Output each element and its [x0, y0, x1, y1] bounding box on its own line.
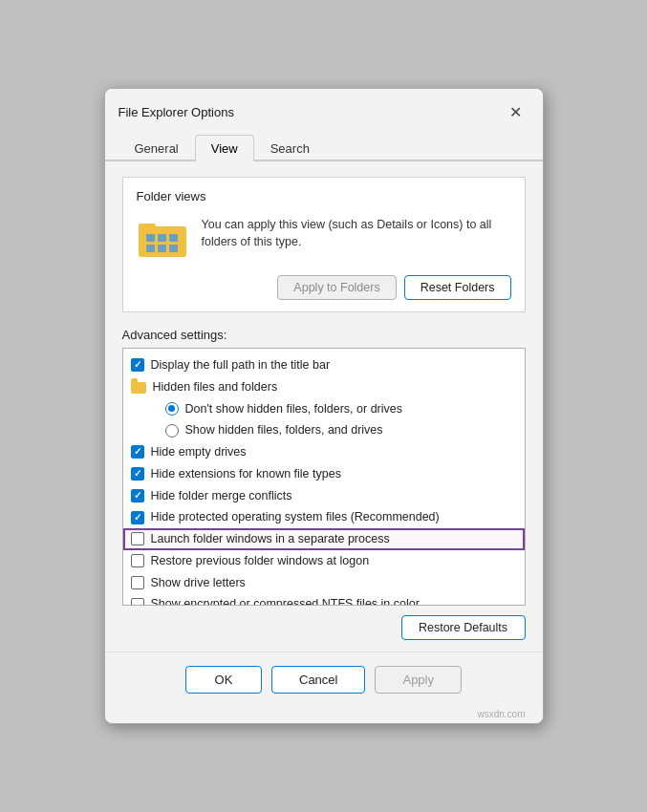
- folder-views-body: You can apply this view (such as Details…: [137, 217, 511, 264]
- setting-text-hide-empty-drives: Hide empty drives: [151, 443, 247, 461]
- checkbox-show-encrypted[interactable]: [131, 598, 144, 606]
- svg-rect-5: [146, 245, 155, 252]
- svg-rect-1: [139, 224, 156, 229]
- bottom-buttons: OK Cancel Apply: [105, 652, 543, 709]
- title-bar: File Explorer Options ✕: [105, 89, 543, 131]
- setting-item-hide-folder-merge[interactable]: Hide folder merge conflicts: [123, 485, 525, 507]
- folder-views-buttons: Apply to Folders Reset Folders: [137, 275, 511, 300]
- setting-item-restore-prev[interactable]: Restore previous folder windows at logon: [123, 550, 525, 572]
- reset-folders-button[interactable]: Reset Folders: [404, 275, 511, 300]
- apply-to-folders-button[interactable]: Apply to Folders: [277, 275, 396, 300]
- setting-item-hide-protected[interactable]: Hide protected operating system files (R…: [123, 506, 525, 528]
- setting-item-show-encrypted[interactable]: Show encrypted or compressed NTFS files …: [123, 593, 525, 606]
- setting-text-show-drive-letters: Show drive letters: [151, 574, 246, 592]
- setting-text-hide-folder-merge: Hide folder merge conflicts: [151, 487, 292, 505]
- svg-rect-3: [158, 234, 166, 242]
- checkbox-hide-extensions[interactable]: [131, 467, 144, 481]
- setting-item-show-drive-letters[interactable]: Show drive letters: [123, 572, 525, 594]
- setting-item-dont-show-hidden[interactable]: Don't show hidden files, folders, or dri…: [123, 398, 525, 420]
- apply-button[interactable]: Apply: [375, 666, 462, 694]
- checkbox-restore-prev[interactable]: [131, 554, 144, 567]
- svg-rect-2: [146, 234, 155, 242]
- checkbox-launch-folder[interactable]: [131, 532, 144, 545]
- checkbox-hide-folder-merge[interactable]: [131, 489, 144, 502]
- setting-text-hide-extensions: Hide extensions for known file types: [151, 465, 341, 483]
- cancel-button[interactable]: Cancel: [271, 666, 365, 694]
- folder-views-section: Folder views: [122, 177, 526, 312]
- setting-item-show-hidden[interactable]: Show hidden files, folders, and drives: [123, 419, 525, 441]
- tab-search[interactable]: Search: [254, 135, 326, 161]
- restore-defaults-button[interactable]: Restore Defaults: [401, 615, 526, 640]
- svg-rect-6: [158, 245, 166, 252]
- settings-list[interactable]: Display the full path in the title barHi…: [122, 348, 526, 606]
- watermark: wsxdn.com: [105, 709, 543, 723]
- setting-text-full-path: Display the full path in the title bar: [151, 356, 331, 374]
- setting-item-hidden-files-folder[interactable]: Hidden files and folders: [123, 376, 525, 398]
- window-title: File Explorer Options: [119, 105, 234, 119]
- advanced-settings-label: Advanced settings:: [122, 328, 526, 342]
- close-button[interactable]: ✕: [503, 98, 529, 125]
- checkbox-hide-protected[interactable]: [131, 511, 144, 524]
- setting-text-hide-protected: Hide protected operating system files (R…: [151, 508, 440, 526]
- radio-dont-show-hidden[interactable]: [165, 402, 179, 416]
- setting-text-show-hidden: Show hidden files, folders, and drives: [185, 421, 383, 439]
- folder-bullet-hidden-files-folder: [131, 382, 146, 394]
- folder-views-header: Folder views: [137, 189, 511, 203]
- setting-text-launch-folder: Launch folder windows in a separate proc…: [151, 530, 390, 548]
- file-explorer-options-dialog: File Explorer Options ✕ General View Sea…: [104, 88, 544, 724]
- ok-button[interactable]: OK: [185, 666, 262, 694]
- checkbox-hide-empty-drives[interactable]: [131, 445, 144, 459]
- checkbox-full-path[interactable]: [131, 358, 144, 372]
- tab-bar: General View Search: [105, 133, 543, 161]
- main-content: Folder views: [105, 161, 543, 652]
- setting-item-full-path[interactable]: Display the full path in the title bar: [123, 354, 525, 376]
- checkbox-show-drive-letters[interactable]: [131, 576, 144, 589]
- tab-general[interactable]: General: [119, 135, 195, 161]
- setting-text-dont-show-hidden: Don't show hidden files, folders, or dri…: [185, 400, 403, 418]
- setting-item-hide-empty-drives[interactable]: Hide empty drives: [123, 441, 525, 463]
- folder-icon-wrapper: [137, 217, 188, 264]
- setting-item-hide-extensions[interactable]: Hide extensions for known file types: [123, 463, 525, 485]
- tab-view[interactable]: View: [195, 135, 254, 161]
- setting-text-show-encrypted: Show encrypted or compressed NTFS files …: [151, 595, 420, 606]
- folder-views-desc: You can apply this view (such as Details…: [202, 217, 511, 250]
- restore-defaults-row: Restore Defaults: [122, 615, 526, 640]
- setting-item-launch-folder[interactable]: Launch folder windows in a separate proc…: [123, 528, 525, 550]
- folder-large-icon: [137, 217, 188, 261]
- radio-show-hidden[interactable]: [165, 424, 179, 438]
- setting-text-hidden-files-folder: Hidden files and folders: [153, 378, 278, 396]
- svg-rect-7: [169, 245, 178, 252]
- svg-rect-4: [169, 234, 178, 242]
- setting-text-restore-prev: Restore previous folder windows at logon: [151, 552, 370, 570]
